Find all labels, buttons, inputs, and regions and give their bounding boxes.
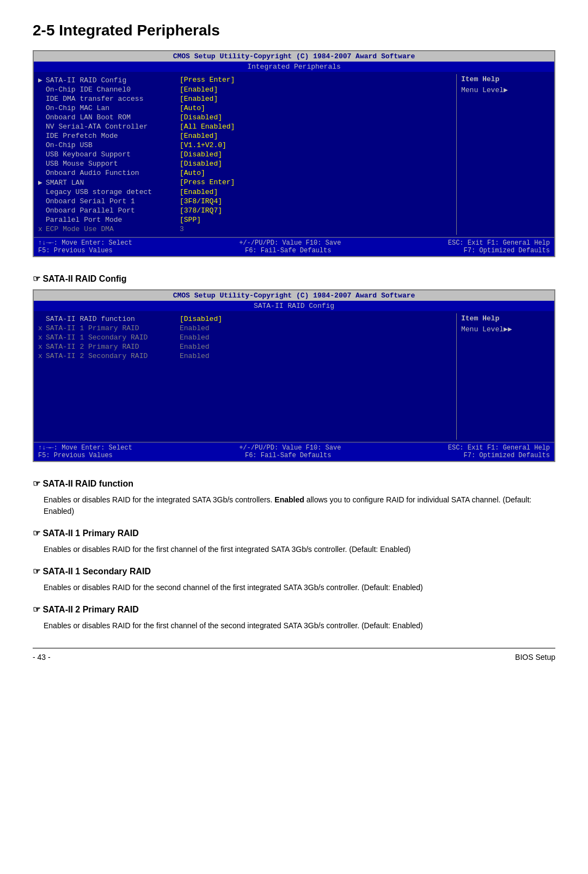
bios-row-11: ▶SMART LAN[Press Enter] [38, 178, 452, 187]
bios-header-line1-2: CMOS Setup Utility-Copyright (C) 1984-20… [34, 290, 554, 301]
bios-footer-row1: ↑↓→←: Move Enter: Select +/-/PU/PD: Valu… [38, 239, 550, 247]
bios-row-16: x ECP Mode Use DMA3 [38, 224, 452, 234]
bios-value-4: [Disabled] [180, 113, 222, 122]
footer2-f7: F7: Optimized Defaults [464, 452, 550, 459]
bios-row-13: Onboard Serial Port 1[3F8/IRQ4] [38, 197, 452, 206]
bios-label-2: IDE DMA transfer access [38, 95, 180, 103]
sections-container: ☞ SATA-II RAID functionEnables or disabl… [33, 478, 555, 632]
section-heading-sata-ii-2-primary: ☞ SATA-II 2 Primary RAID [33, 604, 555, 615]
bios-label-11: ▶SMART LAN [38, 178, 180, 187]
bios-value-13: [3F8/IRQ4] [180, 197, 222, 205]
bios2-prefix-4: x [38, 352, 46, 360]
bios-value-6: [Enabled] [180, 132, 218, 140]
bios-value-5: [All Enabled] [180, 123, 235, 131]
bios-label-4: Onboard LAN Boot ROM [38, 113, 180, 122]
bios-header-line2-2: SATA-II RAID Config [34, 301, 554, 311]
bios-value-9: [Disabled] [180, 160, 222, 168]
bios-label-5: NV Serial-ATA Controller [38, 123, 180, 131]
footer-f5: F5: Previous Values [38, 247, 113, 254]
bios-value-7: [V1.1+V2.0] [180, 141, 226, 149]
section-heading-sata-raid-function: ☞ SATA-II RAID function [33, 478, 555, 489]
section-heading-sata-ii-1-secondary: ☞ SATA-II 1 Secondary RAID [33, 566, 555, 576]
bios2-value-0: [Disabled] [180, 315, 222, 323]
bios-row-4: Onboard LAN Boot ROM[Disabled] [38, 113, 452, 122]
section-description-sata-ii-1-primary: Enables or disables RAID for the first c… [44, 544, 555, 555]
bios-value-3: [Auto] [180, 104, 205, 112]
bios-value-14: [378/IRQ7] [180, 207, 222, 215]
bios2-value-1: Enabled [180, 324, 210, 332]
bios2-value-3: Enabled [180, 343, 210, 351]
section-description-sata-raid-function: Enables or disables RAID for the integra… [44, 494, 555, 517]
bios-value-0: [Press Enter] [180, 76, 235, 84]
bios2-prefix-1: x [38, 324, 46, 332]
bios-screen-integrated-peripherals: CMOS Setup Utility-Copyright (C) 1984-20… [33, 50, 555, 257]
bios-arrow-16: x [38, 225, 46, 233]
footer-page-number: - 43 - [33, 653, 51, 661]
bios-help-title-1: Item Help [461, 75, 550, 83]
footer2-value: +/-/PU/PD: Value F10: Save [239, 444, 341, 452]
bios-main-2: SATA-II RAID function[Disabled]x SATA-II… [34, 313, 456, 440]
bios-row-1: On-Chip IDE Channel0[Enabled] [38, 85, 452, 94]
bios-label-15: Parallel Port Mode [38, 216, 180, 224]
bios-row-14: Onboard Parallel Port[378/IRQ7] [38, 206, 452, 215]
footer-move: ↑↓→←: Move Enter: Select [38, 239, 132, 247]
bios-value-8: [Disabled] [180, 150, 222, 159]
bios-label-6: IDE Prefetch Mode [38, 132, 180, 140]
bios-value-1: [Enabled] [180, 86, 218, 94]
bios-help-text-1: Menu Level▶ [461, 86, 550, 94]
bios-footer-1: ↑↓→←: Move Enter: Select +/-/PU/PD: Valu… [34, 237, 554, 256]
bios-body-2: SATA-II RAID function[Disabled]x SATA-II… [34, 311, 554, 442]
bios-label-13: Onboard Serial Port 1 [38, 197, 180, 205]
footer-bios-label: BIOS Setup [515, 653, 555, 661]
page-title: 2-5 Integrated Peripherals [33, 22, 555, 39]
bios-value-12: [Enabled] [180, 188, 218, 196]
page-footer: - 43 - BIOS Setup [33, 648, 555, 661]
bios-label-10: Onboard Audio Function [38, 169, 180, 177]
footer-esc: ESC: Exit F1: General Help [448, 239, 550, 247]
footer2-move: ↑↓→←: Move Enter: Select [38, 444, 132, 452]
bios-row2-3: x SATA-II 2 Primary RAIDEnabled [38, 342, 452, 351]
section-description-sata-ii-2-primary: Enables or disables RAID for the first c… [44, 620, 555, 632]
footer-f7: F7: Optimized Defaults [464, 247, 550, 254]
bios-row2-4: x SATA-II 2 Secondary RAIDEnabled [38, 351, 452, 361]
bios-label-1: On-Chip IDE Channel0 [38, 86, 180, 94]
bios-label-12: Legacy USB storage detect [38, 188, 180, 196]
bios-footer-2-row1: ↑↓→←: Move Enter: Select +/-/PU/PD: Valu… [38, 444, 550, 452]
bios-row-6: IDE Prefetch Mode[Enabled] [38, 131, 452, 141]
footer2-f5: F5: Previous Values [38, 452, 113, 459]
bios-value-15: [SPP] [180, 216, 201, 224]
bios-help-2: Item Help Menu Level▶▶ [456, 313, 554, 440]
bios-help-1: Item Help Menu Level▶ [456, 74, 554, 235]
section-heading-sata-ii-1-primary: ☞ SATA-II 1 Primary RAID [33, 528, 555, 538]
bios-screen-sata-raid-config: CMOS Setup Utility-Copyright (C) 1984-20… [33, 289, 555, 462]
footer2-f6: F6: Fail-Safe Defaults [245, 452, 331, 459]
bios-label-14: Onboard Parallel Port [38, 207, 180, 215]
bios-footer-row2: F5: Previous Values F6: Fail-Safe Defaul… [38, 247, 550, 254]
bios-footer-2: ↑↓→←: Move Enter: Select +/-/PU/PD: Valu… [34, 442, 554, 461]
bios2-label-0: SATA-II RAID function [38, 315, 180, 323]
bios-label-0: ▶SATA-II RAID Config [38, 76, 180, 84]
footer2-esc: ESC: Exit F1: General Help [448, 444, 550, 452]
bios-row-3: On-Chip MAC Lan[Auto] [38, 104, 452, 113]
bios-label-7: On-Chip USB [38, 141, 180, 149]
bios-row2-0: SATA-II RAID function[Disabled] [38, 314, 452, 324]
bios-label-3: On-Chip MAC Lan [38, 104, 180, 112]
bios2-prefix-2: x [38, 333, 46, 342]
footer-f6: F6: Fail-Safe Defaults [245, 247, 331, 254]
bios-row-0: ▶SATA-II RAID Config[Press Enter] [38, 75, 452, 85]
bios-row-8: USB Keyboard Support[Disabled] [38, 150, 452, 159]
bios-value-11: [Press Enter] [180, 178, 235, 187]
bios2-prefix-3: x [38, 343, 46, 351]
bios-row-2: IDE DMA transfer access[Enabled] [38, 94, 452, 104]
bios-row-7: On-Chip USB[V1.1+V2.0] [38, 141, 452, 150]
bios2-value-4: Enabled [180, 352, 210, 360]
bios-help-title-2: Item Help [461, 314, 550, 323]
bios-row-15: Parallel Port Mode[SPP] [38, 215, 452, 224]
bios-footer-2-row2: F5: Previous Values F6: Fail-Safe Defaul… [38, 452, 550, 459]
bios-value-16: 3 [180, 225, 184, 233]
bios-row-12: Legacy USB storage detect[Enabled] [38, 187, 452, 197]
bios-header-line2: Integrated Peripherals [34, 62, 554, 72]
bios-value-2: [Enabled] [180, 95, 218, 103]
bios-label-16: x ECP Mode Use DMA [38, 225, 180, 233]
bios-value-10: [Auto] [180, 169, 205, 177]
